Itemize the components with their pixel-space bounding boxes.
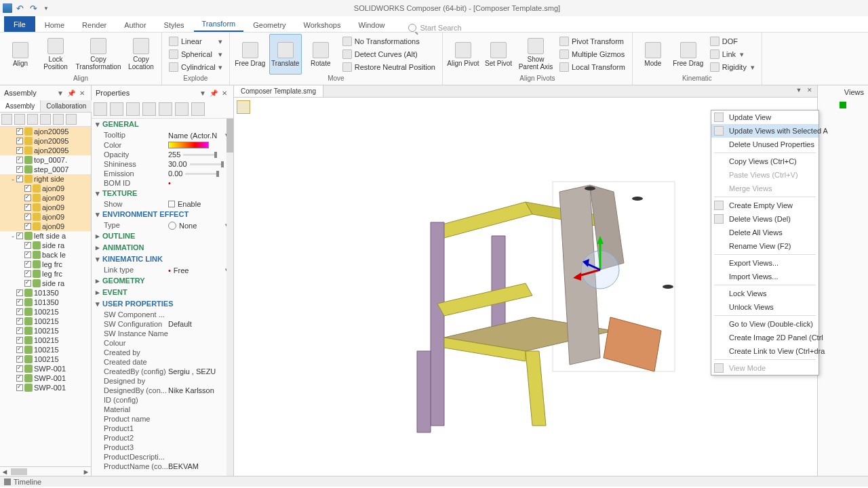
tree-tool-4[interactable] (40, 114, 51, 125)
align-pivot-button[interactable]: Align Pivot (447, 34, 479, 75)
tree-tool-3[interactable] (27, 114, 38, 125)
tree-item[interactable]: ajon20095 (0, 136, 91, 146)
property-row[interactable]: Product3 (92, 443, 233, 452)
scroll-left-icon[interactable]: ◄ (0, 468, 9, 476)
tree-item[interactable]: 101350 (0, 298, 91, 307)
tab-transform[interactable]: Transform (194, 17, 244, 32)
property-row[interactable]: Designed by (92, 376, 233, 386)
tree-item[interactable]: ajon09 (0, 193, 91, 203)
tree-item[interactable]: ajon09 (0, 222, 91, 231)
translate-button[interactable]: Translate (269, 34, 302, 75)
views-body[interactable] (818, 99, 868, 476)
property-row[interactable]: Product2 (92, 433, 233, 443)
property-row[interactable]: Created by (92, 348, 233, 357)
context-menu-item[interactable]: Create Empty View (711, 199, 818, 212)
vp-min-icon[interactable]: ▼ (794, 85, 804, 95)
spherical-button[interactable]: Spherical▾ (166, 48, 225, 60)
context-menu-item[interactable]: Update View (711, 110, 818, 124)
multiple-gizmos-button[interactable]: Multiple Gizmos (557, 48, 628, 60)
mode-button[interactable]: Mode (637, 34, 669, 75)
tree-tool-2[interactable] (14, 114, 25, 125)
sub-tab-collaboration[interactable]: Collaboration (41, 100, 92, 112)
local-transform-button[interactable]: Local Transform (557, 61, 628, 73)
sub-tab-assembly[interactable]: Assembly (0, 100, 41, 112)
tree-item[interactable]: ajon20095 (0, 146, 91, 155)
property-row[interactable]: BOM ID• (92, 178, 233, 188)
tree-tool-1[interactable] (1, 114, 12, 125)
tree-item[interactable]: -left side a (0, 231, 91, 241)
property-section-header[interactable]: ▸ANIMATION (92, 242, 233, 253)
copy-location-button[interactable]: Copy Location (125, 34, 157, 75)
context-menu-item[interactable]: Update Views with Selected A (711, 124, 818, 138)
property-row[interactable]: Emission0.00 (92, 169, 233, 178)
props-tool-1[interactable] (94, 102, 107, 116)
tree-item[interactable]: SWP-001 (0, 364, 91, 373)
show-parent-axis-button[interactable]: Show Parent Axis (517, 34, 554, 75)
props-scrollbar[interactable] (226, 119, 233, 476)
tree-item[interactable]: leg frc (0, 269, 91, 279)
tree-item[interactable]: 101350 (0, 288, 91, 298)
property-row[interactable]: SW ConfigurationDefault (92, 319, 233, 329)
no-transformations-button[interactable]: No Transformations (340, 35, 438, 47)
tree-item[interactable]: 100215 (0, 345, 91, 354)
property-section-header[interactable]: ▾GENERAL (92, 119, 233, 130)
props-close-icon[interactable]: ✕ (220, 88, 229, 98)
tree-item[interactable]: ajon09 (0, 184, 91, 193)
tree-item[interactable]: side ra (0, 279, 91, 288)
property-row[interactable]: Shininess30.00 (92, 159, 233, 169)
props-tool-2[interactable] (110, 102, 123, 116)
tree-item[interactable]: 100215 (0, 317, 91, 326)
props-tool-6[interactable] (175, 102, 189, 116)
property-row[interactable]: Color (92, 140, 233, 150)
linear-button[interactable]: Linear▾ (166, 35, 225, 47)
rotate-button[interactable]: Rotate (304, 34, 337, 75)
tab-file[interactable]: File (4, 16, 35, 32)
tree-tool-5[interactable] (53, 114, 64, 125)
property-row[interactable]: Opacity255 (92, 150, 233, 159)
timeline-icon[interactable] (4, 479, 11, 485)
copy-transformation-button[interactable]: Copy Transformation (75, 34, 122, 75)
tree-item[interactable]: 100215 (0, 336, 91, 345)
property-row[interactable]: Product1 (92, 424, 233, 433)
context-menu-item[interactable]: Unlock Views (711, 300, 818, 314)
property-row[interactable]: SW Component ... (92, 310, 233, 319)
panel-pin-icon[interactable]: 📌 (66, 88, 76, 98)
tree-item[interactable]: leg frc (0, 260, 91, 269)
property-row[interactable]: Material (92, 405, 233, 414)
property-row[interactable]: Colour (92, 338, 233, 348)
scroll-thumb[interactable] (11, 468, 27, 475)
panel-close-icon[interactable]: ✕ (77, 88, 87, 98)
tree-tool-6[interactable] (66, 114, 77, 125)
props-tool-5[interactable] (159, 102, 172, 116)
tree-item[interactable]: SWP-001 (0, 383, 91, 392)
property-section-header[interactable]: ▸EVENT (92, 287, 233, 298)
property-row[interactable]: CreatedBy (config)Sergiu , SEZU (92, 367, 233, 376)
context-menu-item[interactable]: Delete All Views (711, 226, 818, 239)
tree-item[interactable]: ajon09 (0, 212, 91, 222)
vp-tool-1[interactable] (237, 100, 250, 114)
context-menu-item[interactable]: Create Link to View (Ctrl+dra (711, 344, 818, 358)
dof-button[interactable]: DOF (707, 35, 757, 47)
detect-curves-button[interactable]: Detect Curves (Alt) (340, 48, 438, 60)
cylindrical-button[interactable]: Cylindrical▾ (166, 61, 225, 73)
doc-tab[interactable]: Composer Template.smg (234, 85, 323, 97)
tab-window[interactable]: Window (350, 18, 393, 32)
props-pin-icon[interactable]: 📌 (209, 88, 218, 98)
context-menu-item[interactable]: Export Views... (711, 256, 818, 270)
context-menu-item[interactable]: Delete Views (Del) (711, 212, 818, 226)
timeline-label[interactable]: Timeline (14, 478, 41, 486)
property-section-header[interactable]: ▾KINEMATIC LINK (92, 253, 233, 265)
tree-item[interactable]: 100215 (0, 307, 91, 317)
property-row[interactable]: Product name (92, 414, 233, 424)
property-row[interactable]: TooltipName (Actor.N (92, 130, 233, 140)
tree-item[interactable]: top_0007. (0, 155, 91, 165)
property-section-header[interactable]: ▾USER PROPERTIES (92, 298, 233, 310)
rigidity-button[interactable]: Rigidity▾ (707, 61, 757, 73)
tree-item[interactable]: back le (0, 250, 91, 260)
property-row[interactable]: ID (config) (92, 395, 233, 405)
tree-item[interactable]: 100215 (0, 354, 91, 364)
qat-dropdown-icon[interactable]: ▼ (43, 5, 49, 12)
props-tool-4[interactable] (142, 102, 156, 116)
free-drag-kinematic-button[interactable]: Free Drag (672, 34, 705, 75)
context-menu-item[interactable]: Delete Unused Properties (711, 138, 818, 151)
